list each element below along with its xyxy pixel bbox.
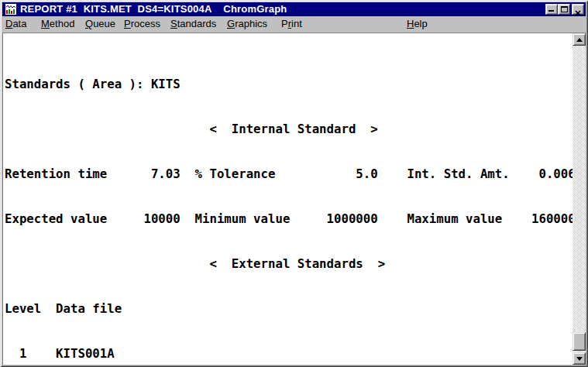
report-line: Level Data file [5,301,576,317]
title-bar[interactable]: REPORT #1 KITS.MET DS4=KITS004A ChromGra… [2,2,586,16]
menu-item-standards[interactable]: Standards [170,16,216,32]
scroll-up-icon [576,38,583,42]
menu-item-queue[interactable]: Queue [85,16,115,32]
chromatogram-app-icon[interactable] [5,3,17,15]
menu-bar: Data Method Queue Process Standards Grap… [2,16,586,32]
report-line: Retention time 7.03 % Tolerance 5.0 Int.… [5,166,576,182]
report-line: < External Standards > [5,256,576,272]
chromgraph-window: REPORT #1 KITS.MET DS4=KITS004A ChromGra… [0,0,588,367]
menu-item-data[interactable]: Data [5,16,26,32]
minimize-button[interactable] [545,4,558,15]
menu-item-method[interactable]: Method [41,16,74,32]
close-button[interactable] [572,4,584,15]
scroll-down-button[interactable] [573,352,586,365]
titlebar-buttons [545,4,584,15]
minimize-icon [548,10,554,12]
vertical-scrollbar-track[interactable] [573,33,586,365]
scroll-down-icon [576,357,583,361]
report-line: < Internal Standard > [5,122,576,137]
menu-item-graphics[interactable]: Graphics [227,16,267,32]
maximize-icon [561,6,568,12]
report-line: Standards ( Area ): KITS [5,77,576,92]
scroll-up-button[interactable] [573,33,586,46]
report-line: 1 KITS001A [5,346,576,362]
menu-item-help[interactable]: Help [407,16,428,32]
report-area: Standards ( Area ): KITS < Internal Stan… [2,33,586,365]
report-text: Standards ( Area ): KITS < Internal Stan… [5,47,576,365]
menu-item-process[interactable]: Process [124,16,160,32]
scrollbar-thumb[interactable] [573,332,586,351]
window-title: REPORT #1 KITS.MET DS4=KITS004A ChromGra… [20,3,287,15]
maximize-button[interactable] [558,4,570,15]
menu-item-print[interactable]: Print [281,16,302,32]
report-line: Expected value 10000 Minimum value 10000… [5,211,576,227]
